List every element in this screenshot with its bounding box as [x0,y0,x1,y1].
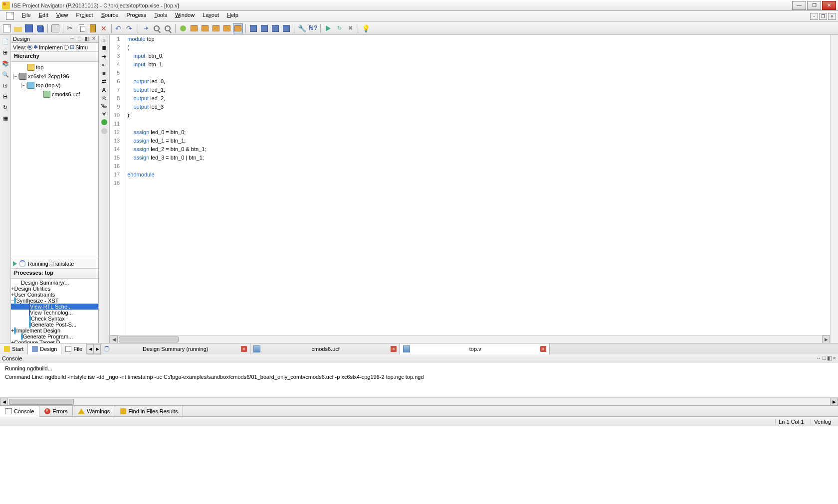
menu-project[interactable]: Project [72,11,97,22]
launch-ise-button[interactable] [178,23,188,33]
tab-design[interactable]: Design [28,343,61,354]
close-doc-button[interactable] [281,23,291,33]
close-tab-button[interactable]: × [241,346,247,352]
launch-planahead-button[interactable] [222,23,232,33]
tips-button[interactable]: 💡 [361,23,371,33]
launch-fpga-editor-button[interactable] [233,23,243,33]
copy-button[interactable] [77,23,87,33]
help-button[interactable]: ℕ? [308,23,318,33]
goto-button[interactable]: ➜ [141,23,151,33]
close-tab-button[interactable]: × [391,346,397,352]
menu-tools[interactable]: Tools [150,11,171,22]
editor-btn-9[interactable]: ‰ [101,103,107,109]
close-tab-button[interactable]: × [540,346,546,352]
proc-gen-post[interactable]: Generate Post-S... [11,322,98,328]
console-close-button[interactable]: × [833,355,836,361]
proc-constraints[interactable]: +User Constraints [11,292,98,298]
paste-button[interactable] [88,23,98,33]
editor-hscrollbar[interactable]: ◀ ▶ [110,335,830,343]
tile-h-button[interactable] [248,23,258,33]
menu-file-icon[interactable] [2,11,18,22]
console-tab-warnings[interactable]: Warnings [73,406,115,417]
settings-button[interactable]: 🔧 [297,23,307,33]
menu-window[interactable]: Window [171,11,199,22]
console-tab-find[interactable]: Find in Files Results [115,406,183,417]
menu-help[interactable]: Help [223,11,242,22]
scroll-right-button[interactable]: ▶ [830,398,838,406]
editor-btn-fwd[interactable] [101,128,107,135]
proc-synthesize[interactable]: −Synthesize - XST [11,298,98,304]
gutter-btn-collapse[interactable]: ⊟ [1,92,10,101]
console-tab-errors[interactable]: Errors [39,406,73,417]
saveall-button[interactable] [35,23,45,33]
hierarchy-ucf[interactable]: cmods6.ucf [11,90,98,99]
editor-btn-10[interactable]: ※ [102,111,106,117]
new-button[interactable] [2,23,12,33]
editor-btn-back[interactable] [101,119,107,126]
save-button[interactable] [24,23,34,33]
console-output[interactable]: Running ngdbuild... Command Line: ngdbui… [0,362,838,397]
panel-close-button[interactable]: × [91,35,96,42]
hierarchy-module[interactable]: −top (top.v) [11,81,98,90]
gutter-btn-find[interactable]: 🔍 [1,70,10,79]
gutter-btn-sources[interactable]: 📄 [1,37,10,46]
menu-view[interactable]: View [52,11,72,22]
gutter-btn-refresh[interactable]: ↻ [1,103,10,112]
proc-utilities[interactable]: +Design Utilities [11,286,98,292]
gutter-btn-snapshot[interactable]: ⊞ [1,48,10,57]
minimize-button[interactable]: — [792,1,806,10]
tabs-scroll-left[interactable]: ◀ [87,344,94,354]
radio-implementation[interactable] [27,45,32,50]
editor-btn-5[interactable]: ≡ [102,70,105,76]
doc-tab-ucf[interactable]: cmods6.ucf × [250,343,400,354]
cut-button[interactable]: ✂ [66,23,76,33]
launch-coregen-button[interactable] [211,23,221,33]
radio-simulation[interactable] [64,45,69,50]
tile-v-button[interactable] [259,23,269,33]
code-content[interactable]: module top( input btn_0, input btn_1, ou… [124,35,209,335]
panel-pin-button[interactable]: ◧ [83,35,90,42]
editor-btn-7[interactable]: A [102,87,106,93]
tabs-scroll-right[interactable]: ▶ [94,344,101,354]
launch-impact-button[interactable] [189,23,199,33]
gutter-btn-lib[interactable]: 📚 [1,59,10,68]
gutter-btn-expand[interactable]: ⊡ [1,81,10,90]
menu-file[interactable]: File [18,11,35,22]
maximize-button[interactable]: ❐ [807,1,821,10]
rerun-button[interactable]: ↻ [334,23,344,33]
launch-chipscope-button[interactable] [200,23,210,33]
delete-button[interactable]: ✕ [99,23,109,33]
console-tab-console[interactable]: Console [0,406,39,417]
doc-tab-top[interactable]: top.v × [400,343,550,354]
editor-btn-4[interactable]: ⇤ [102,62,106,68]
mdi-close-button[interactable]: × [828,13,836,20]
editor-btn-2[interactable]: ≣ [102,45,106,51]
panel-dock-button[interactable]: □ [77,35,82,42]
menu-layout[interactable]: Layout [199,11,223,22]
hierarchy-root[interactable]: top [11,63,98,72]
find-button[interactable] [152,23,162,33]
cascade-button[interactable] [270,23,280,33]
scroll-thumb[interactable] [119,336,179,342]
console-float-button[interactable]: ↔ [816,355,822,361]
proc-implement[interactable]: +Implement Design [11,328,98,334]
code-editor[interactable]: 123456789101112131415161718 module top( … [110,35,830,343]
tab-start[interactable]: Start [0,343,28,354]
editor-btn-6[interactable]: ⇄ [102,78,106,85]
proc-check-syntax[interactable]: Check Syntax [11,316,98,322]
undo-button[interactable]: ↶ [114,23,124,33]
mdi-restore-button[interactable]: ❐ [819,13,827,20]
proc-view-tech[interactable]: View Technolog... [11,310,98,316]
run-button[interactable] [323,23,333,33]
editor-vscrollbar[interactable] [830,35,838,343]
proc-gen-prog[interactable]: Generate Program... [11,334,98,339]
tab-files[interactable]: File [61,343,87,354]
menu-edit[interactable]: Edit [35,11,52,22]
editor-btn-8[interactable]: % [102,95,107,101]
proc-summary[interactable]: Design Summary/... [11,280,98,286]
mdi-minimize-button[interactable]: - [810,13,818,20]
scroll-left-button[interactable]: ◀ [0,398,8,406]
hierarchy-device[interactable]: −xc6slx4-2cpg196 [11,72,98,81]
print-button[interactable] [50,23,60,33]
console-hscrollbar[interactable]: ◀ ▶ [0,397,838,405]
